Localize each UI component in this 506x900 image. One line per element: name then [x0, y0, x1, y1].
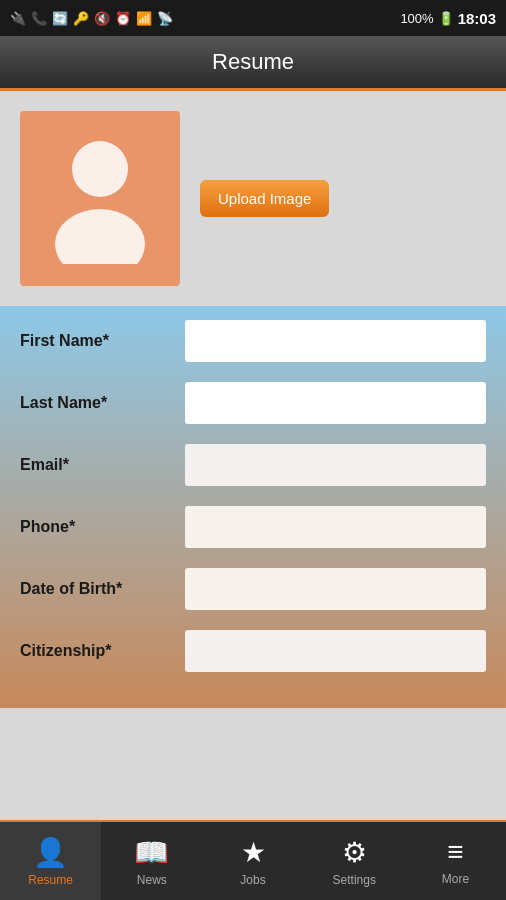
svg-point-0	[72, 141, 128, 197]
nav-item-news[interactable]: 📖 News	[101, 822, 202, 900]
first-name-label: First Name*	[20, 332, 185, 350]
last-name-input[interactable]	[185, 382, 486, 424]
title-bar: Resume	[0, 36, 506, 88]
photo-section: Upload Image	[0, 91, 506, 306]
dob-input[interactable]	[185, 568, 486, 610]
settings-nav-icon: ⚙	[342, 836, 367, 869]
more-nav-icon: ≡	[447, 836, 463, 868]
dob-row: Date of Birth*	[20, 564, 486, 614]
news-nav-icon: 📖	[134, 836, 169, 869]
resume-nav-icon: 👤	[33, 836, 68, 869]
nav-item-more[interactable]: ≡ More	[405, 822, 506, 900]
settings-nav-label: Settings	[333, 873, 376, 887]
dob-label: Date of Birth*	[20, 580, 185, 598]
citizenship-input[interactable]	[185, 630, 486, 672]
nav-item-resume[interactable]: 👤 Resume	[0, 822, 101, 900]
citizenship-row: Citizenship*	[20, 626, 486, 676]
phone-icon: 📞	[31, 11, 47, 26]
last-name-row: Last Name*	[20, 378, 486, 428]
more-nav-label: More	[442, 872, 469, 886]
usb-icon: 🔌	[10, 11, 26, 26]
sync-icon: 🔄	[52, 11, 68, 26]
nav-item-settings[interactable]: ⚙ Settings	[304, 822, 405, 900]
jobs-nav-icon: ★	[241, 836, 266, 869]
status-time: 18:03	[458, 10, 496, 27]
status-left-icons: 🔌 📞 🔄 🔑 🔇 ⏰ 📶 📡	[10, 11, 173, 26]
email-row: Email*	[20, 440, 486, 490]
status-right-icons: 100% 🔋 18:03	[400, 10, 496, 27]
first-name-row: First Name*	[20, 316, 486, 366]
nav-item-jobs[interactable]: ★ Jobs	[202, 822, 303, 900]
phone-label: Phone*	[20, 518, 185, 536]
upload-image-button[interactable]: Upload Image	[200, 180, 329, 217]
email-label: Email*	[20, 456, 185, 474]
status-bar: 🔌 📞 🔄 🔑 🔇 ⏰ 📶 📡 100% 🔋 18:03	[0, 0, 506, 36]
mute-icon: 🔇	[94, 11, 110, 26]
bottom-navigation: 👤 Resume 📖 News ★ Jobs ⚙ Settings ≡ More	[0, 820, 506, 900]
svg-point-1	[55, 209, 145, 264]
key-icon: 🔑	[73, 11, 89, 26]
battery-icon: 🔋	[438, 11, 454, 26]
battery-text: 100%	[400, 11, 433, 26]
news-nav-label: News	[137, 873, 167, 887]
citizenship-label: Citizenship*	[20, 642, 185, 660]
jobs-nav-label: Jobs	[240, 873, 265, 887]
person-silhouette-icon	[50, 134, 150, 264]
signal-icon: 📡	[157, 11, 173, 26]
alarm-icon: ⏰	[115, 11, 131, 26]
resume-nav-label: Resume	[28, 873, 73, 887]
page-title: Resume	[212, 49, 294, 75]
phone-input[interactable]	[185, 506, 486, 548]
photo-placeholder[interactable]	[20, 111, 180, 286]
last-name-label: Last Name*	[20, 394, 185, 412]
email-input[interactable]	[185, 444, 486, 486]
wifi-icon: 📶	[136, 11, 152, 26]
phone-row: Phone*	[20, 502, 486, 552]
form-section: First Name* Last Name* Email* Phone* Dat…	[0, 306, 506, 708]
first-name-input[interactable]	[185, 320, 486, 362]
